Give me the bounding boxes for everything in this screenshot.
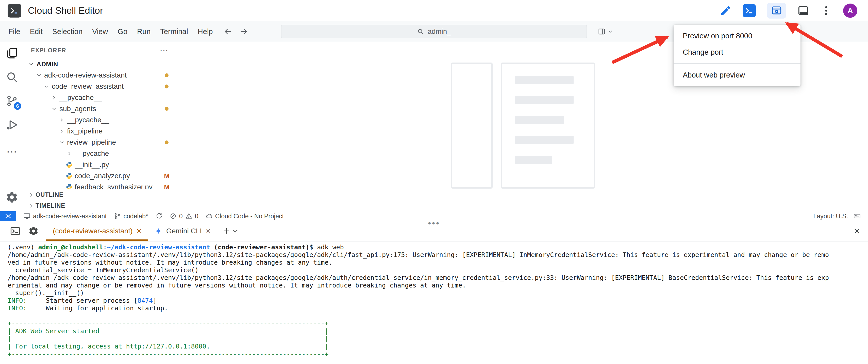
keyboard-icon[interactable] [853, 212, 861, 220]
menu-help[interactable]: Help [193, 27, 218, 36]
web-preview-menu: Preview on port 8000Change portAbout web… [674, 25, 801, 86]
section-timeline[interactable]: TIMELINE [24, 200, 176, 211]
tree-item-label: ADMIN_ [36, 60, 62, 68]
explorer-more-icon[interactable]: ⋯ [160, 45, 169, 55]
tree-item-code-analyzer-py[interactable]: code_analyzer.pyM [24, 170, 176, 181]
tree-item-adk-code-review-assistant[interactable]: adk-code-review-assistant [24, 69, 176, 81]
terminal-line: INFO: Started server process [8474] [8, 297, 868, 305]
skeleton-bar [515, 76, 574, 84]
keyboard-layout-status[interactable]: Layout: U.S. [813, 213, 848, 220]
kebab-menu-icon[interactable] [820, 5, 832, 17]
tree-item-admin[interactable]: ADMIN_ [24, 58, 176, 69]
more-views-icon[interactable]: … [6, 142, 18, 155]
avatar[interactable]: A [843, 4, 857, 18]
tree-item-code-review-assistant[interactable]: code_review_assistant [24, 81, 176, 92]
status-bar-right: Layout: U.S. [813, 212, 868, 220]
tree-item-label: sub_agents [59, 105, 96, 113]
close-panel-icon[interactable]: × [854, 225, 860, 237]
tree-item-pycache[interactable]: __pycache__ [24, 114, 176, 125]
chevron-right-icon [57, 127, 66, 135]
branch-status[interactable]: codelab* [114, 213, 148, 220]
terminal-tab-gemini-cli[interactable]: Gemini CLI× [148, 221, 217, 241]
chevron-right-icon [49, 93, 59, 102]
terminal-line: +---------------------------------------… [8, 320, 868, 327]
menu-item-change-port[interactable]: Change port [674, 44, 801, 60]
section-outline[interactable]: OUTLINE [24, 189, 176, 200]
menu-item-preview-on-port-8000[interactable]: Preview on port 8000 [674, 28, 801, 44]
tree-item-sub-agents[interactable]: sub_agents [24, 103, 176, 114]
tree-item-init-py[interactable]: __init__.py [24, 159, 176, 170]
menu-divider [674, 63, 801, 64]
menu-run[interactable]: Run [132, 27, 155, 36]
source-control-activity-icon[interactable]: 6 [6, 94, 18, 107]
chevron-down-icon [608, 29, 613, 34]
monitor-icon [23, 213, 30, 220]
tree-item-review-pipeline[interactable]: review_pipeline [24, 137, 176, 148]
menu-item-about-web-preview[interactable]: About web preview [674, 67, 801, 83]
tab-close-icon[interactable]: × [206, 226, 211, 235]
web-preview-button[interactable] [767, 3, 786, 19]
sync-button[interactable] [155, 213, 162, 220]
menu-go[interactable]: Go [113, 27, 132, 36]
modified-dot [165, 141, 168, 144]
tree-item-label: feedback_synthesizer.py [74, 183, 153, 189]
terminal-line: super().__init__() [8, 289, 868, 297]
terminal-output[interactable]: (.venv) admin_@cloudshell:~/adk-code-rev… [0, 242, 868, 364]
workspace-status[interactable]: adk-code-review-assistant [23, 213, 106, 220]
tree-item-label: fix_pipeline [67, 127, 102, 135]
menu-selection[interactable]: Selection [48, 27, 87, 36]
editor-layout-button[interactable] [598, 28, 613, 35]
menu-file[interactable]: File [4, 27, 25, 36]
terminal-panel-icon[interactable] [10, 225, 21, 237]
error-icon [169, 213, 177, 220]
settings-gear-icon[interactable] [6, 191, 18, 204]
back-arrow-icon[interactable] [223, 27, 232, 36]
terminal-tab-code-reviewer-assistant[interactable]: (code-reviewer-assistant)× [46, 221, 148, 241]
forward-arrow-icon[interactable] [240, 27, 248, 36]
explorer-activity-icon[interactable] [6, 47, 18, 59]
gemini-icon [155, 227, 162, 235]
tree-item-feedback-synthesizer-py[interactable]: feedback_synthesizer.pyM [24, 181, 176, 189]
tree-item-pycache[interactable]: __pycache__ [24, 92, 176, 103]
terminal-line: /home/admin_/adk-code-review-assistant/.… [8, 274, 868, 282]
terminal-panel-header: ••• (code-reviewer-assistant)×Gemini CLI… [0, 221, 868, 242]
chevron-right-icon [27, 202, 35, 210]
chevron-down-icon [49, 105, 59, 113]
python-icon [64, 161, 74, 169]
open-terminal-button[interactable] [743, 4, 756, 17]
terminal-line: | ADK Web Server started | [8, 327, 868, 335]
cloud-code-status[interactable]: Cloud Code - No Project [206, 213, 284, 220]
tree-item-label: __pycache__ [74, 149, 117, 158]
tree-item-pycache[interactable]: __pycache__ [24, 148, 176, 159]
tree-item-fix-pipeline[interactable]: fix_pipeline [24, 125, 176, 137]
explorer-title: EXPLORER [31, 47, 66, 54]
terminal-line: erimental and may change or be removed i… [8, 282, 868, 289]
menu-terminal[interactable]: Terminal [155, 27, 193, 36]
search-activity-icon[interactable] [6, 71, 18, 83]
explorer-header: EXPLORER ⋯ [24, 42, 176, 58]
menu-edit[interactable]: Edit [25, 27, 48, 36]
panel-drag-handle[interactable]: ••• [428, 218, 440, 228]
search-input[interactable]: admin_ [281, 25, 587, 38]
modified-badge: M [164, 183, 169, 189]
problems-status[interactable]: 0 0 [169, 213, 198, 220]
chevron-right-icon [27, 191, 35, 199]
toggle-panel-layout-button[interactable] [798, 5, 809, 17]
chevron-right-icon [64, 149, 74, 158]
run-debug-activity-icon[interactable] [6, 118, 18, 131]
chevron-down-icon [42, 82, 51, 90]
terminal-line: (.venv) admin_@cloudshell:~/adk-code-rev… [8, 244, 868, 251]
warning-icon [185, 213, 192, 220]
web-preview-icon [771, 5, 782, 16]
modified-badge: M [164, 172, 169, 180]
activity-bar: 6 … [0, 42, 24, 211]
terminal-settings-gear-icon[interactable] [28, 226, 38, 236]
open-editor-pencil-button[interactable] [720, 5, 732, 17]
menu-view[interactable]: View [87, 27, 113, 36]
terminal-dropdown-chevron-icon[interactable] [231, 227, 239, 235]
tab-close-icon[interactable]: × [136, 226, 142, 235]
remote-indicator[interactable] [0, 211, 16, 221]
terminal-line: | For local testing, access at http://12… [8, 343, 868, 350]
skeleton-bar [515, 136, 574, 144]
new-terminal-button[interactable]: + [223, 225, 230, 237]
